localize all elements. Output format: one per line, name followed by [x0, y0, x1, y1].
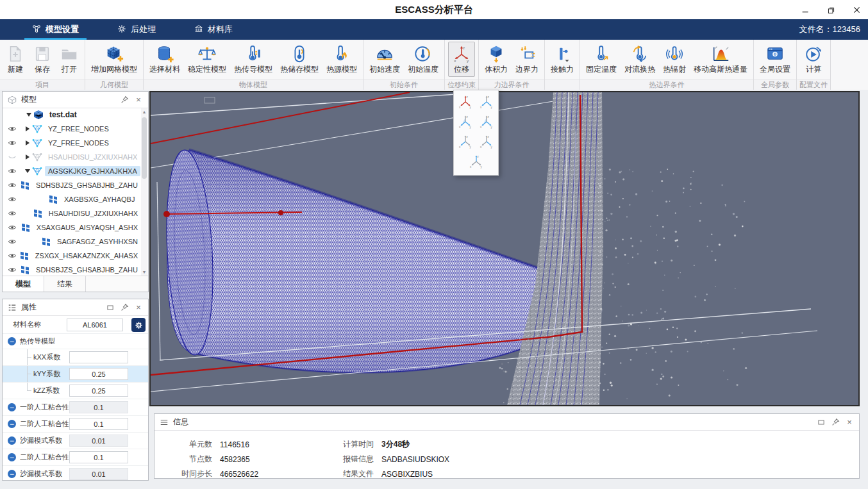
tree-scrollbar[interactable]: ▲ ▼	[141, 108, 147, 276]
close-icon[interactable]	[851, 4, 862, 15]
eye-icon[interactable]	[8, 223, 17, 232]
constraint-option-2-icon[interactable]: zxy	[479, 94, 494, 110]
pin-icon[interactable]	[830, 417, 840, 427]
ribbon-button-global-settings[interactable]: 全局设置	[756, 42, 794, 77]
ribbon-button-heat-conduction-model[interactable]: 热传导模型	[230, 42, 276, 77]
collapse-icon[interactable]: −	[8, 453, 16, 461]
minimize-icon[interactable]	[800, 4, 810, 15]
tree-item[interactable]: SDHSBJZS_GHSABJHB_ZAHU	[3, 263, 141, 276]
restore-panel-icon[interactable]	[816, 417, 826, 427]
chevron-right-icon[interactable]	[24, 140, 31, 145]
ribbon-button-heat-source-model[interactable]: 热源模型	[322, 42, 361, 77]
tree-item[interactable]: YZ_FREE_NODES	[3, 122, 141, 136]
property-input[interactable]	[69, 351, 128, 363]
tab-material-lib[interactable]: 材料库	[184, 19, 243, 40]
eye-icon[interactable]	[8, 251, 17, 260]
scroll-thumb[interactable]	[142, 117, 147, 179]
gear-icon[interactable]	[131, 318, 146, 332]
eye-icon[interactable]	[8, 124, 17, 133]
tree-item[interactable]: HSAUHDISU_JZXIUXHAHX	[3, 206, 141, 220]
ribbon-group: 增加网格模型几何模型	[85, 40, 144, 90]
contact-force-icon	[553, 44, 572, 63]
collapse-icon[interactable]: −	[8, 420, 16, 428]
tree-item[interactable]: test.dat	[3, 108, 141, 122]
eye-icon[interactable]	[8, 138, 17, 147]
collapse-icon[interactable]: −	[8, 337, 16, 345]
property-input[interactable]	[69, 418, 128, 430]
ribbon-button-body-force[interactable]: 体积力	[481, 42, 512, 77]
eye-icon[interactable]	[8, 195, 17, 204]
tree-item[interactable]: AGSGKJKG_GJHXAJKHXA	[3, 164, 141, 178]
tree-item[interactable]: XSAXGAUS_AISYAQSH_ASHX	[3, 220, 141, 235]
ribbon-button-moving-gauss-flux[interactable]: 移动高斯热通量	[690, 42, 751, 77]
restore-panel-icon[interactable]	[105, 303, 115, 313]
chevron-down-icon[interactable]	[25, 113, 32, 117]
viewport-3d[interactable]	[149, 91, 860, 406]
property-input[interactable]	[69, 385, 128, 397]
close-icon[interactable]: ×	[133, 303, 144, 313]
chevron-right-icon[interactable]	[24, 154, 31, 160]
ribbon-button-select-material[interactable]: 选择材料	[146, 42, 184, 77]
constraint-option-1-icon[interactable]: zxy	[458, 94, 473, 110]
viewport-canvas[interactable]	[151, 92, 858, 405]
constraint-option-5-icon[interactable]: zxy	[458, 133, 473, 150]
ribbon-button-stability-model[interactable]: 稳定性模型	[184, 42, 230, 77]
close-icon[interactable]: ×	[133, 95, 144, 105]
eye-icon[interactable]	[8, 167, 17, 176]
tree-tab-model[interactable]: 模型	[3, 276, 44, 292]
scroll-down-icon[interactable]: ▼	[141, 269, 147, 276]
compute-icon	[804, 44, 823, 63]
ribbon-button-initial-temperature[interactable]: 初始温度	[404, 42, 442, 77]
property-input[interactable]	[69, 401, 128, 413]
restore-icon[interactable]	[826, 4, 836, 15]
chevron-right-icon[interactable]	[24, 126, 31, 131]
ribbon-button-label: 边界力	[515, 64, 538, 75]
constraint-option-6-icon[interactable]: zxy	[479, 133, 494, 150]
chevron-down-icon[interactable]	[24, 169, 31, 173]
tree-item[interactable]: SDHSBJZS_GHSABJHB_ZAHU	[3, 178, 141, 192]
tab-post-process[interactable]: 后处理	[107, 19, 166, 40]
tree-item[interactable]: XAGBSXG_AYHAQBJ	[3, 192, 141, 206]
ribbon-button-convection[interactable]: 对流换热	[621, 42, 659, 77]
tab-model-settings[interactable]: 模型设置	[22, 19, 89, 40]
property-input[interactable]	[69, 451, 128, 463]
constraint-option-3-icon[interactable]: zxy	[458, 113, 473, 130]
property-input[interactable]	[69, 468, 128, 480]
property-input[interactable]	[69, 368, 128, 380]
collapse-icon[interactable]: −	[8, 436, 16, 445]
eye-off-icon[interactable]	[8, 153, 17, 162]
ribbon-button-label: 热辐射	[663, 64, 686, 75]
ribbon-button-new-file[interactable]: 新建	[2, 42, 29, 77]
constraint-option-4-icon[interactable]: zxy	[479, 113, 494, 130]
ribbon-button-compute[interactable]: 计算	[800, 42, 827, 77]
close-icon[interactable]: ×	[844, 417, 855, 427]
tree-item[interactable]: HSAUHDISU_JZXIUXHAHX	[3, 150, 141, 164]
property-input[interactable]	[69, 435, 128, 447]
collapse-icon[interactable]: −	[8, 470, 16, 478]
ribbon-button-initial-velocity[interactable]: 初始速度	[365, 42, 404, 77]
material-name-input[interactable]	[67, 319, 123, 331]
ribbon-button-heat-storage-model[interactable]: 热储存模型	[276, 42, 322, 77]
ribbon-button-label: 体积力	[485, 64, 508, 75]
constraint-option-7-icon[interactable]: zxy	[469, 153, 484, 170]
ribbon-button-fixed-temperature[interactable]: 固定温度	[582, 42, 621, 77]
eye-icon[interactable]	[8, 237, 17, 246]
eye-icon[interactable]	[8, 265, 17, 274]
scroll-up-icon[interactable]: ▲	[141, 108, 147, 115]
pin-icon[interactable]	[119, 303, 129, 313]
ribbon-button-save[interactable]: 保存	[29, 42, 56, 77]
tree-tab-result[interactable]: 结果	[44, 276, 86, 292]
collapse-icon[interactable]: −	[8, 403, 16, 411]
pin-icon[interactable]	[119, 95, 129, 105]
ribbon-button-radiation[interactable]: 热辐射	[659, 42, 690, 77]
ribbon-button-contact-force[interactable]: 接触力	[547, 42, 578, 77]
ribbon-button-boundary-force[interactable]: 边界力	[512, 42, 542, 77]
eye-icon[interactable]	[8, 209, 17, 218]
ribbon-button-displacement-axes[interactable]: zxy位移	[448, 42, 475, 77]
eye-icon[interactable]	[8, 181, 17, 190]
ribbon-button-add-mesh-model[interactable]: 增加网格模型	[87, 42, 141, 77]
ribbon-button-open-folder[interactable]: 打开	[56, 42, 83, 77]
tree-item[interactable]: SAGFASGZ_ASYHHXSN	[3, 235, 141, 249]
tree-item[interactable]: ZSXGX_HSAKAZNZXK_AHASX	[3, 249, 141, 263]
tree-item[interactable]: YZ_FREE_NODES	[3, 136, 141, 150]
